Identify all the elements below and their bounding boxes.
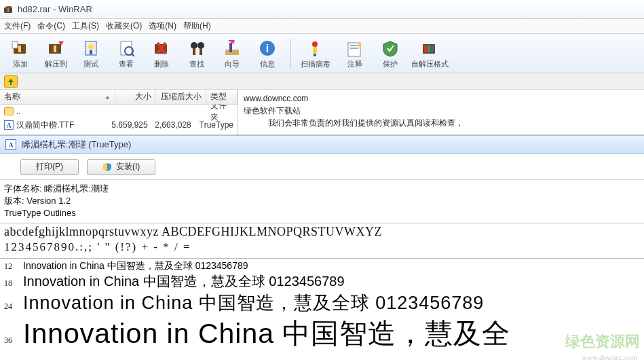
winrar-icon: [3, 4, 14, 15]
svg-point-16: [191, 42, 197, 49]
comment-button[interactable]: 注释: [339, 36, 371, 71]
col-type[interactable]: 类型: [206, 90, 238, 104]
svg-text:i: i: [266, 43, 269, 54]
sample-24: 24Innovation in China 中国智造，慧及全球 01234567…: [0, 291, 644, 315]
alphabet-sample: abcdefghijklmnopqrstuvwxyz ABCDEFGHIJKLM…: [0, 225, 644, 241]
info-button[interactable]: i信息: [251, 36, 284, 71]
svg-rect-6: [54, 46, 56, 52]
up-folder-icon[interactable]: [4, 75, 18, 88]
svg-rect-4: [12, 41, 18, 48]
font-window-icon: A: [5, 139, 16, 150]
print-button[interactable]: 打印(P): [20, 159, 79, 175]
view-button[interactable]: 查看: [110, 36, 143, 71]
svg-line-12: [132, 54, 134, 56]
file-rows: .. 文件夹 A汉鼎简中楷.TTF 5,659,925 2,663,028 Tr…: [0, 105, 238, 134]
svg-rect-33: [431, 46, 434, 52]
font-window-titlebar: A 睎湄楛札罘:潮瑳 (TrueType): [0, 135, 644, 154]
menu-cmd[interactable]: 命令(C): [37, 20, 65, 32]
menu-file[interactable]: 文件(F): [4, 20, 31, 32]
ttf-file-icon: A: [4, 120, 14, 130]
content-split: 名称▲ 大小 压缩后大小 类型 .. 文件夹 A汉鼎简中楷.TTF 5,659,…: [0, 90, 644, 135]
shield-icon: [102, 162, 112, 172]
comment-pane: www.downcc.com 绿色软件下载站 我们会非常负责的对我们提供的资源认…: [238, 90, 644, 134]
svg-rect-9: [90, 50, 92, 54]
folder-icon: [4, 107, 14, 115]
font-info: 字体名称: 睎湄楛札罘:潮瑳 版本: Version 1.2 TrueType …: [0, 180, 644, 221]
menu-help[interactable]: 帮助(H): [183, 20, 211, 32]
svg-rect-31: [424, 46, 427, 52]
extract-button[interactable]: 解压到: [39, 36, 72, 71]
font-name-value: 睎湄楛札罘:潮瑳: [44, 183, 109, 194]
svg-point-25: [312, 41, 318, 47]
font-name-label: 字体名称:: [4, 183, 42, 194]
window-title: hd82.rar - WinRAR: [18, 4, 92, 14]
svg-rect-32: [428, 46, 430, 52]
delete-button[interactable]: 删除: [145, 36, 178, 71]
wizard-button[interactable]: 向导: [216, 36, 248, 71]
col-csize[interactable]: 压缩后大小: [156, 90, 206, 104]
file-list-pane: 名称▲ 大小 压缩后大小 类型 .. 文件夹 A汉鼎简中楷.TTF 5,659,…: [0, 90, 238, 134]
comment-tag: 绿色软件下载站: [244, 105, 639, 117]
svg-rect-26: [314, 54, 316, 56]
font-version: 版本: Version 1.2: [4, 195, 640, 207]
path-bar: [0, 73, 644, 90]
svg-point-17: [197, 42, 204, 49]
protect-button[interactable]: 保护: [374, 36, 406, 71]
sample-12: 12Innovation in China 中国智造，慧及全球 01234567…: [0, 260, 644, 272]
svg-rect-3: [18, 46, 21, 52]
install-button[interactable]: 安装(I): [87, 159, 155, 175]
svg-rect-1: [7, 8, 9, 12]
column-headers: 名称▲ 大小 压缩后大小 类型: [0, 90, 238, 105]
menu-opts[interactable]: 选项(N): [149, 20, 176, 32]
find-button[interactable]: 查找: [181, 36, 213, 71]
watermark-url: www.downcc.com: [582, 353, 637, 361]
col-size[interactable]: 大小: [115, 90, 156, 104]
sample-36: 36Innovation in China 中国智造，慧及全: [0, 315, 644, 352]
font-window-toolbar: 打印(P) 安装(I): [0, 154, 644, 180]
menu-tools[interactable]: 工具(S): [72, 20, 99, 32]
svg-rect-21: [229, 43, 232, 52]
comment-url: www.downcc.com: [244, 92, 639, 105]
table-row[interactable]: .. 文件夹: [0, 105, 238, 118]
sfx-button[interactable]: 自解压格式: [409, 36, 450, 71]
font-outlines: TrueType Outlines: [4, 207, 640, 219]
comment-note: 我们会非常负责的对我们提供的资源认真阅读和检查，: [244, 117, 639, 129]
virus-button[interactable]: 扫描病毒: [295, 36, 336, 71]
sort-asc-icon: ▲: [105, 94, 111, 101]
toolbar: 添加 解压到 测试 查看 删除 查找 向导 i信息 扫描病毒 注释 保护 自解压…: [0, 34, 644, 73]
svg-rect-19: [200, 48, 202, 55]
menu-bar: 文件(F) 命令(C) 工具(S) 收藏夹(O) 选项(N) 帮助(H): [0, 19, 644, 34]
menu-fav[interactable]: 收藏夹(O): [106, 20, 142, 32]
numbers-sample: 1234567890.:,; ' " (!?) + - * / =: [0, 240, 644, 257]
sample-18: 18Innovation in China 中国智造，慧及全球 01234567…: [0, 272, 644, 291]
col-name[interactable]: 名称▲: [0, 90, 115, 104]
svg-point-8: [88, 44, 94, 50]
test-button[interactable]: 测试: [75, 36, 107, 71]
font-window-title: 睎湄楛札罘:潮瑳 (TrueType): [22, 139, 131, 151]
table-row[interactable]: A汉鼎简中楷.TTF 5,659,925 2,663,028 TrueType: [0, 118, 238, 132]
window-titlebar: hd82.rar - WinRAR: [0, 0, 644, 19]
add-button[interactable]: 添加: [4, 36, 37, 71]
svg-rect-18: [193, 48, 195, 55]
